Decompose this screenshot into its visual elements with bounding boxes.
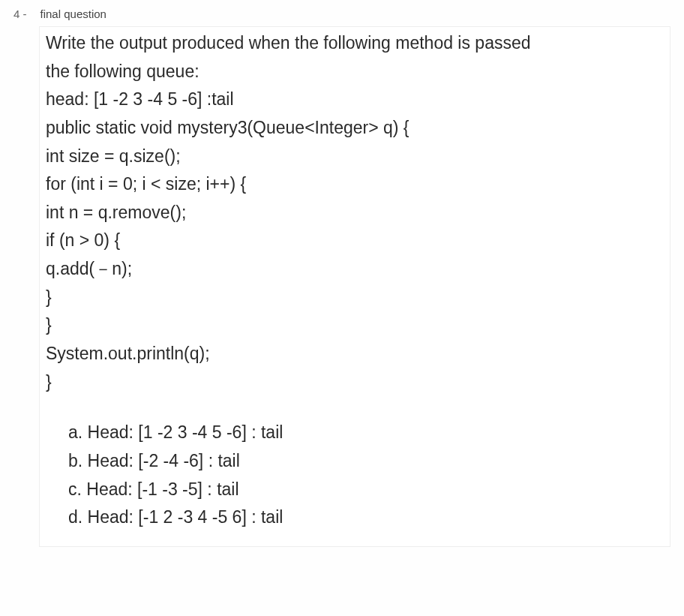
answer-options: a. Head: [1 -2 3 -4 5 -6] : tail b. Head… <box>46 419 664 531</box>
code-line-10: } <box>46 369 664 396</box>
code-line-7: } <box>46 284 664 311</box>
question-number: 4 - <box>14 8 27 20</box>
question-container: 4 - final question Write the output prod… <box>0 0 684 616</box>
code-line-5: if (n > 0) { <box>46 227 664 254</box>
code-line-1: public static void mystery3(Queue<Intege… <box>46 115 664 142</box>
option-c: c. Head: [-1 -3 -5] : tail <box>68 476 664 503</box>
question-content: Write the output produced when the follo… <box>39 26 670 547</box>
question-title: final question <box>40 8 106 20</box>
code-line-9: System.out.println(q); <box>46 341 664 368</box>
code-line-8: } <box>46 312 664 339</box>
code-line-4: int n = q.remove(); <box>46 200 664 227</box>
code-line-2: int size = q.size(); <box>46 143 664 170</box>
prompt-line-2: the following queue: <box>46 59 664 86</box>
code-line-6: q.add(－n); <box>46 256 664 283</box>
prompt-line-1: Write the output produced when the follo… <box>46 30 664 57</box>
code-line-3: for (int i = 0; i < size; i++) { <box>46 171 664 198</box>
option-d: d. Head: [-1 2 -3 4 -5 6] : tail <box>68 504 664 531</box>
question-header: 4 - final question <box>0 0 684 20</box>
option-a: a. Head: [1 -2 3 -4 5 -6] : tail <box>68 419 664 446</box>
option-b: b. Head: [-2 -4 -6] : tail <box>68 448 664 475</box>
prompt-line-3: head: [1 -2 3 -4 5 -6] :tail <box>46 86 664 113</box>
